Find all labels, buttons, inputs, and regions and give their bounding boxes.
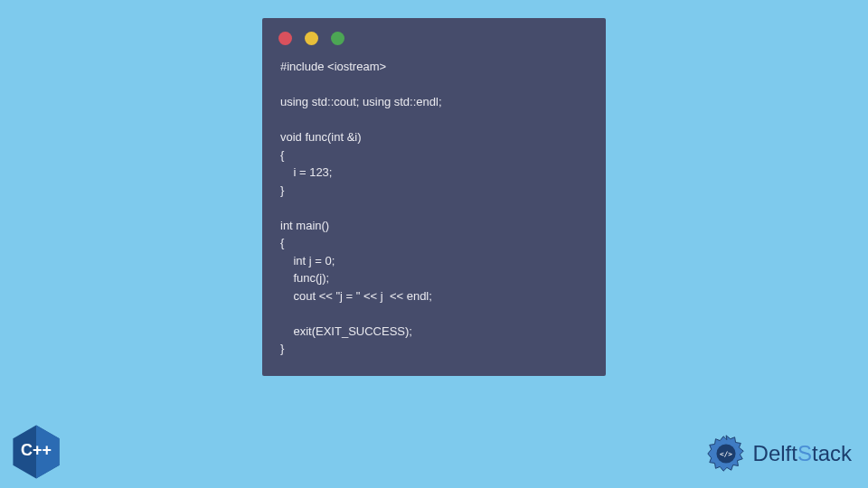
code-window: #include <iostream> using std::cout; usi… [262, 18, 606, 376]
brand-name: DelftStack [753, 441, 852, 466]
brand-logo-icon: </> [704, 432, 748, 475]
brand: </> DelftStack [704, 432, 852, 475]
cpp-badge-icon: C++ [7, 423, 65, 481]
code-content: #include <iostream> using std::cout; usi… [262, 58, 606, 361]
maximize-icon [331, 32, 344, 45]
close-icon [278, 32, 292, 45]
svg-text:</>: </> [720, 450, 732, 458]
window-title-bar [262, 18, 606, 58]
minimize-icon [305, 32, 318, 45]
cpp-badge-label: C++ [21, 441, 52, 459]
